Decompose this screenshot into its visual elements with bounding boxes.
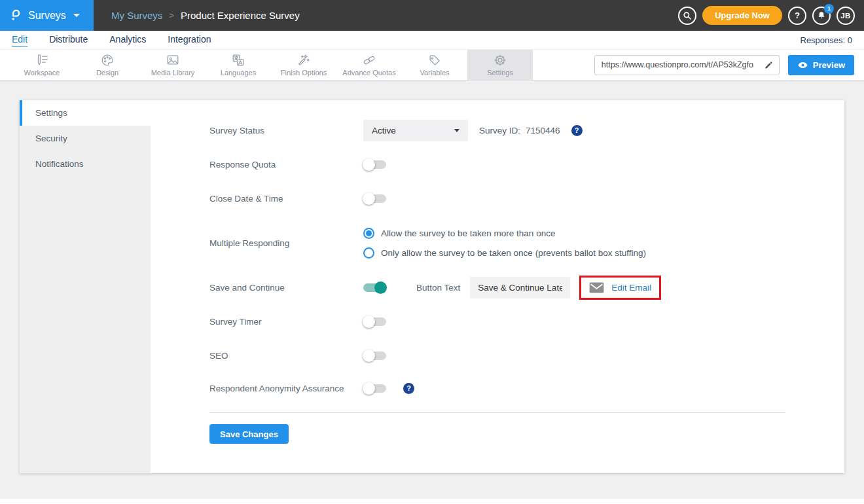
toolbar-variables[interactable]: Variables (402, 50, 467, 80)
toolbar-right: Preview (594, 50, 864, 80)
anonymity-help-icon[interactable]: ? (403, 383, 414, 394)
question-mark-icon: ? (795, 10, 800, 20)
image-icon (166, 53, 180, 67)
chevron-down-icon (73, 14, 80, 17)
tab-distribute[interactable]: Distribute (49, 34, 88, 46)
magic-wand-icon (297, 53, 311, 67)
tab-integration[interactable]: Integration (168, 34, 211, 46)
sidebar-item-settings[interactable]: Settings (20, 100, 151, 126)
seo-label: SEO (209, 351, 363, 361)
toggle-knob (363, 382, 375, 395)
response-quota-toggle[interactable] (363, 160, 386, 169)
seo-row: SEO (209, 338, 844, 372)
survey-url-input[interactable] (595, 60, 759, 69)
pencil-icon (764, 60, 774, 70)
preview-label: Preview (813, 60, 845, 70)
divider (209, 412, 785, 413)
questionpro-logo-icon (9, 9, 22, 22)
toolbar-finish-options[interactable]: Finish Options (271, 50, 336, 80)
anonymity-toggle[interactable] (363, 384, 386, 393)
toggle-knob (374, 281, 387, 294)
toolbar-languages[interactable]: Languages (206, 50, 271, 80)
close-date-time-toggle[interactable] (363, 194, 386, 203)
response-quota-row: Response Quota (209, 147, 844, 181)
sidebar-item-security[interactable]: Security (20, 126, 151, 151)
radio-label: Only allow the survey to be taken once (… (381, 248, 646, 258)
main-nav: Edit Distribute Analytics Integration Re… (0, 31, 864, 49)
button-text-input[interactable] (470, 277, 570, 298)
toolbar-workspace[interactable]: Workspace (9, 50, 75, 80)
brand-label: Surveys (28, 10, 66, 22)
toolbar-advance-quotas[interactable]: Advance Quotas (336, 50, 402, 80)
upgrade-now-button[interactable]: Upgrade Now (702, 6, 782, 25)
close-date-time-label: Close Date & Time (209, 194, 363, 204)
toolbar-label: Advance Quotas (342, 69, 395, 77)
settings-sidebar: Settings Security Notifications (20, 100, 151, 473)
survey-id-help-icon[interactable]: ? (571, 125, 583, 136)
notifications-button[interactable]: 1 (812, 7, 831, 25)
settings-panel: Survey Status Active Survey ID: 7150446 … (151, 100, 844, 473)
toolbar-settings[interactable]: Settings (467, 50, 533, 80)
avatar[interactable]: JB (837, 7, 855, 25)
help-button[interactable]: ? (788, 7, 806, 25)
save-and-continue-toggle[interactable] (363, 283, 386, 292)
save-and-continue-label: Save and Continue (209, 283, 363, 293)
responses-count: Responses: 0 (801, 35, 853, 45)
button-text-label: Button Text (416, 283, 460, 293)
sidebar-item-notifications[interactable]: Notifications (20, 151, 151, 177)
bottom-strip (0, 499, 864, 504)
breadcrumb: My Surveys > Product Experience Survey (111, 10, 300, 21)
edit-email-label: Edit Email (611, 283, 651, 293)
edit-email-link[interactable]: Edit Email (589, 282, 651, 293)
toolbar-label: Finish Options (281, 69, 327, 77)
edit-url-button[interactable] (759, 56, 779, 75)
surveys-menu-button[interactable]: Surveys (0, 0, 94, 31)
toolbar-label: Design (96, 69, 118, 77)
toggle-knob (363, 350, 375, 362)
toolbar-media-library[interactable]: Media Library (140, 50, 206, 80)
survey-status-value: Active (372, 126, 396, 135)
survey-timer-row: Survey Timer (209, 304, 844, 338)
toolbar-design[interactable]: Design (75, 50, 140, 80)
survey-status-select[interactable]: Active (363, 120, 468, 141)
edit-toolbar: Workspace Design Media Library Languages… (0, 49, 864, 81)
survey-status-label: Survey Status (209, 126, 363, 135)
radio-unselected-icon (363, 247, 374, 259)
toolbar-label: Media Library (151, 69, 195, 77)
tab-edit[interactable]: Edit (12, 34, 27, 46)
toggle-knob (363, 192, 375, 205)
toolbar-label: Languages (221, 69, 256, 77)
notification-badge: 1 (824, 4, 834, 14)
workspace-icon (35, 53, 49, 67)
survey-timer-toggle[interactable] (363, 317, 386, 326)
settings-card: Settings Security Notifications Survey S… (20, 100, 844, 473)
survey-id-label: Survey ID: (479, 126, 520, 135)
toolbar-label: Settings (487, 69, 513, 77)
survey-status-row: Survey Status Active Survey ID: 7150446 … (209, 113, 844, 147)
content-background: Settings Security Notifications Survey S… (0, 81, 864, 504)
multiple-responding-label: Multiple Responding (209, 238, 363, 248)
close-date-time-row: Close Date & Time (209, 181, 844, 215)
survey-url-field (594, 55, 780, 75)
tag-icon (427, 53, 442, 67)
gear-icon (493, 53, 507, 67)
breadcrumb-my-surveys[interactable]: My Surveys (111, 10, 162, 21)
palette-icon (100, 53, 115, 67)
toolbar-label: Workspace (24, 69, 60, 77)
translate-icon (231, 53, 245, 67)
toggle-knob (363, 158, 375, 171)
page-title: Product Experience Survey (181, 10, 300, 21)
top-header: Surveys My Surveys > Product Experience … (0, 0, 864, 31)
radio-allow-once[interactable]: Only allow the survey to be taken once (… (363, 247, 646, 259)
multiple-responding-row: Multiple Responding Allow the survey to … (209, 215, 844, 270)
radio-allow-multiple[interactable]: Allow the survey to be taken more than o… (363, 228, 646, 239)
search-button[interactable] (678, 7, 696, 25)
header-actions: Upgrade Now ? 1 JB (678, 6, 864, 25)
anonymity-row: Respondent Anonymity Assurance ? (209, 372, 844, 404)
tab-analytics[interactable]: Analytics (109, 34, 146, 46)
chain-link-icon (362, 53, 376, 67)
seo-toggle[interactable] (363, 351, 386, 360)
save-changes-button[interactable]: Save Changes (209, 424, 289, 444)
preview-button[interactable]: Preview (788, 55, 854, 75)
breadcrumb-separator: > (169, 10, 174, 20)
